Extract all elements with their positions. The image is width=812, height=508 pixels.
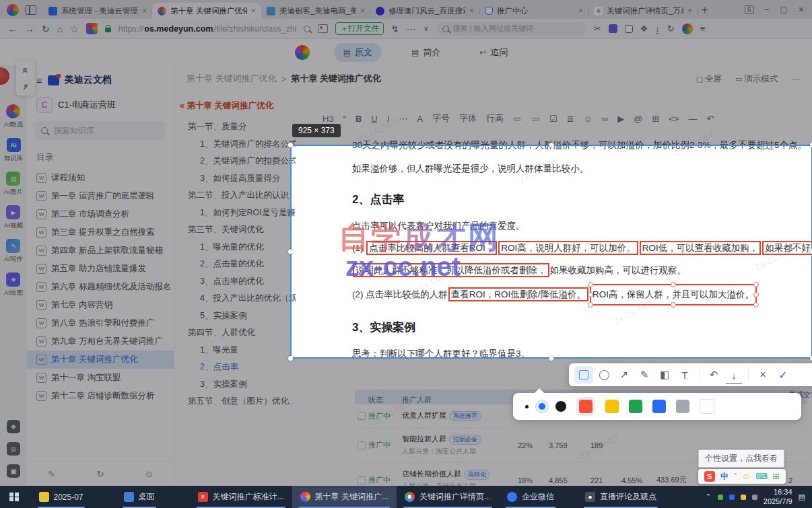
sidebar-item-ch8[interactable]: 第八章 热浪引擎和付费推广 — [27, 314, 174, 332]
tab-meidi-chuangke[interactable]: 美迪创客_美迪电商_美 × — [261, 3, 370, 19]
mosaic-tool[interactable]: ◧ — [655, 366, 674, 384]
font-family-select[interactable]: 字体 — [459, 112, 477, 124]
sidebar-item-ch9[interactable]: 第九章 万相台无界关键词推广 — [27, 332, 174, 351]
power-icon[interactable]: ⊙ — [145, 469, 153, 479]
tray-expand-icon[interactable]: ⌃ — [706, 493, 712, 501]
video-icon[interactable]: ▶ — [617, 114, 624, 124]
resize-handle[interactable] — [753, 282, 759, 287]
red-annotation-box[interactable]: ROI低，可以查看收藏加购， — [640, 241, 762, 255]
more-format-icon[interactable]: ⋯ — [399, 114, 407, 124]
ai-extension-icon[interactable] — [86, 23, 98, 34]
screenshot-icon[interactable] — [625, 25, 633, 33]
outline-item[interactable]: 4、投入产出比的优化（观察7天/15... — [180, 290, 296, 307]
red-annotation-box[interactable]: ROI高，说明人群好，可以加价。 — [498, 241, 638, 255]
tab-baidu-search[interactable]: 修理澳门风云_百度搜索 × — [370, 3, 479, 19]
taskbar-excel[interactable]: ×关键词推广标准计... — [190, 486, 292, 508]
sidebar-item-intro[interactable]: 课程须知 — [27, 169, 174, 187]
sidebar-item-ch3[interactable]: 第三章 提升权重之自然搜索 — [27, 223, 174, 242]
outline-item-selected[interactable]: 2、点击率 — [180, 359, 296, 376]
red-annotation-box[interactable]: 如果都不好， — [762, 241, 812, 255]
resize-handle[interactable] — [588, 282, 593, 287]
rect-tool[interactable] — [574, 366, 593, 384]
sogou-logo-icon[interactable]: S — [704, 471, 715, 482]
more-icon[interactable]: ⋯ — [407, 24, 416, 34]
chevron-down-icon[interactable]: ∨ — [424, 24, 429, 33]
tab-close-icon[interactable]: × — [142, 6, 147, 15]
outline-item[interactable]: 1、曝光量 — [180, 342, 296, 359]
outline-item[interactable]: 第二节、投入产出比的认识 — [180, 187, 296, 205]
menu-icon[interactable]: ≡ — [36, 75, 42, 86]
sync-icon[interactable]: ↻ — [97, 469, 104, 479]
tray-icon[interactable] — [752, 495, 757, 500]
sidebar-item-ch7[interactable]: 第七章 内容营销 — [27, 296, 174, 314]
tab-promo-center[interactable]: 推广中心 × — [479, 3, 588, 19]
sidebar-item-ch1[interactable]: 第一章 运营推广的底层逻辑 — [27, 187, 174, 205]
tab-close-icon[interactable]: × — [360, 6, 365, 15]
row-checkbox[interactable] — [358, 412, 366, 420]
rail-item-ai-image[interactable]: ▤ AI图片 — [4, 172, 23, 196]
quote-icon[interactable]: “ — [343, 114, 346, 124]
red-annotation-box[interactable]: 点击率比较高的人群查看ROI， — [366, 241, 497, 255]
zoom-icon[interactable] — [304, 26, 310, 32]
outline-item[interactable]: 第一节、质量分 — [180, 118, 296, 136]
stroke-small[interactable] — [525, 405, 529, 408]
restore-button[interactable]: ▢ — [780, 5, 787, 14]
tray-icon[interactable] — [718, 495, 723, 500]
cancel-tool[interactable]: × — [753, 366, 772, 384]
resize-handle[interactable] — [671, 282, 676, 287]
address-bar[interactable]: https://os.medeyun.com/file/zhishiku/cla… — [119, 24, 297, 34]
course-row[interactable]: C C1-电商运营班 — [27, 93, 174, 121]
profile-avatar[interactable] — [682, 24, 693, 34]
sidebar-item-ch2[interactable]: 第二章 市场调查分析 — [27, 205, 174, 223]
color-yellow[interactable] — [605, 400, 619, 413]
color-green[interactable] — [629, 400, 642, 413]
rail-item-ai-video[interactable]: ▶ AI视频 — [4, 205, 23, 230]
font-color-icon[interactable]: A — [417, 114, 423, 124]
row-checkbox[interactable] — [358, 441, 366, 449]
ordered-list-icon[interactable]: ≕ — [531, 114, 540, 124]
extension-blue-icon[interactable] — [609, 24, 617, 33]
browser-search[interactable]: 搜索 | 输入网址或关键词 — [436, 22, 586, 36]
resize-handle[interactable] — [753, 302, 759, 307]
tab-ask[interactable]: ↩追问 — [470, 43, 517, 62]
fullscreen-button[interactable]: ▢全屏 — [696, 73, 722, 85]
confirm-tool[interactable]: ✓ — [774, 366, 792, 384]
back-icon[interactable]: ← — [8, 24, 18, 34]
outline-item[interactable]: 2、关键词推广的扣费公式 — [180, 153, 296, 170]
sidebar-search[interactable] — [35, 121, 166, 140]
sidebar-item-ch10[interactable]: 第十章 关键词推广优化 — [27, 351, 174, 369]
resize-handle[interactable] — [671, 302, 676, 307]
minimize-button[interactable]: – — [765, 5, 770, 14]
undo-icon[interactable]: ↶ — [706, 114, 714, 124]
rail-item-ai-select[interactable]: AI甄选 — [4, 104, 23, 129]
tray-icon[interactable] — [741, 495, 746, 500]
tab-system-admin[interactable]: 系统管理 - 美迪云管理 × — [43, 3, 152, 19]
outline-title[interactable]: « 第十章 关键词推广优化 — [180, 100, 296, 112]
tab-chapter10[interactable]: 第十章 关键词推广优化 × — [152, 3, 261, 19]
bold-icon[interactable]: B — [356, 114, 362, 124]
compose-icon[interactable]: ✎ — [48, 469, 55, 479]
underline-icon[interactable]: U — [371, 114, 377, 124]
stroke-medium-selected[interactable] — [539, 403, 545, 410]
sidebar-item-ch12[interactable]: 第十二章 店铺诊断数据分析 — [27, 387, 174, 405]
outline-item[interactable]: 3、实操案例 — [180, 376, 296, 394]
color-white[interactable] — [700, 399, 714, 414]
mention-icon[interactable]: @ — [634, 114, 642, 124]
bookmark-star-icon[interactable]: ☆ — [70, 24, 79, 34]
tab-keyword-detail[interactable]: ✳ 关键词推广详情页_万相 × — [588, 3, 698, 19]
taskbar-desktop[interactable]: 桌面 — [116, 486, 163, 508]
search-input[interactable] — [53, 125, 143, 136]
home-icon[interactable]: ⌂ — [57, 24, 63, 34]
ellipse-tool[interactable] — [595, 366, 613, 384]
divider-icon[interactable]: — — [688, 114, 697, 124]
sidebar-item-ch11[interactable]: 第十一章 淘宝联盟 — [27, 369, 174, 387]
forward-icon[interactable]: → — [25, 24, 34, 34]
open-file-button[interactable]: ＋打开文件 — [335, 22, 384, 35]
outline-item[interactable]: 3、如何提高质量得分 — [180, 170, 296, 188]
pen-tool[interactable]: ✎ — [635, 366, 654, 384]
breadcrumb-parent[interactable]: 第十章 关键词推广优化 — [187, 73, 277, 85]
pin-icon[interactable] — [22, 84, 29, 91]
code-icon[interactable]: <> — [669, 114, 679, 124]
red-annotation-box[interactable]: 查看ROI，ROI低删除/降低溢价。 — [448, 287, 588, 301]
tab-count-badge[interactable]: 6 — [745, 5, 754, 14]
